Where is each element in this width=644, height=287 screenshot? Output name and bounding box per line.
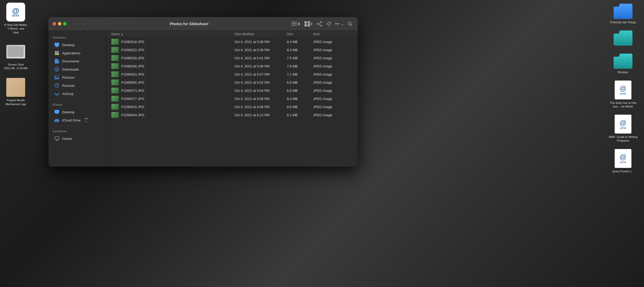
svg-rect-16 [56, 46, 58, 47]
file-size: 8.4 MB [287, 97, 313, 101]
desktop-icon-recipes[interactable]: Recipes [605, 52, 641, 75]
sidebar-item-label: Desktop [62, 110, 75, 114]
svg-rect-0 [291, 22, 297, 22]
svg-rect-5 [304, 24, 307, 26]
kind-column-header[interactable]: Kind [313, 32, 352, 36]
screenshot-thumbnail [6, 45, 25, 59]
file-date: Oct 4, 2021 at 5:39 PM [234, 48, 287, 52]
size-column-header[interactable]: Size [287, 32, 313, 36]
table-row[interactable]: P1090518.JPG Oct 4, 2021 at 5:38 PM 8.4 … [106, 38, 358, 46]
minimize-button[interactable] [58, 22, 61, 25]
file-thumbnail [111, 88, 119, 93]
table-row[interactable]: P1090522.JPG Oct 4, 2021 at 5:39 PM 8.3 … [106, 46, 358, 54]
svg-point-9 [320, 25, 321, 26]
sidebar-item-airdrop[interactable]: AirDrop [50, 90, 104, 98]
table-row[interactable]: P1090553.JPG Oct 4, 2021 at 5:47 PM 7.1 … [106, 70, 358, 78]
http-file-icon-querytracker: @ HTTP [615, 149, 631, 168]
svg-rect-4 [308, 21, 310, 24]
sidebar-item-documents[interactable]: Documents [50, 57, 104, 65]
icloud-label: iCloud [48, 102, 106, 108]
applications-icon [54, 50, 59, 56]
forward-button[interactable]: › [81, 20, 88, 28]
file-thumbnail [111, 39, 119, 45]
file-kind: JPEG image [313, 113, 352, 117]
close-button[interactable] [53, 22, 56, 25]
share-button[interactable] [316, 20, 323, 28]
file-thumbnail [111, 112, 119, 118]
sidebar-item-recents[interactable]: Recents [50, 82, 104, 89]
svg-rect-15 [54, 43, 59, 46]
desktop-icon-email[interactable]: @ HTTP 8-Year-Old Writes"I Wond...oes Vi… [3, 3, 29, 34]
more-button[interactable]: ••• ⌄ [335, 20, 345, 27]
sidebar-divider-2 [53, 126, 102, 126]
file-kind: JPEG image [313, 48, 352, 52]
file-kind: JPEG image [313, 97, 352, 101]
file-kind: JPEG image [313, 72, 352, 76]
file-name-cell: P1090553.JPG [111, 71, 234, 77]
maximize-button[interactable] [63, 22, 67, 25]
back-button[interactable]: ‹ [72, 20, 79, 28]
table-row[interactable]: P1090573.JPG Oct 4, 2021 at 5:54 PM 6.8 … [106, 87, 358, 95]
svg-point-20 [55, 53, 57, 55]
sidebar-item-applications[interactable]: Applications [50, 49, 104, 57]
table-row[interactable]: P1090616.JPG Oct 4, 2021 at 6:06 PM 8.8 … [106, 103, 358, 111]
table-row[interactable]: P1090644.JPG Oct 4, 2021 at 6:12 PM 8.1 … [106, 111, 358, 119]
svg-point-21 [57, 53, 59, 55]
desktop-icon-sidebar [54, 42, 59, 47]
svg-rect-2 [291, 25, 297, 25]
desktop-icon-unnamed-folder[interactable] [605, 29, 641, 48]
sidebar-item-label: Documents [62, 59, 79, 63]
file-date: Oct 4, 2021 at 5:38 PM [234, 40, 287, 44]
desktop-icon-awp[interactable]: @ HTTP AWP- Guide to Writing Programs [605, 114, 641, 144]
finder-body: Favorites Desktop [48, 31, 358, 167]
desktop-icon-label: The down low on the low-....he Writer [606, 101, 640, 109]
file-name-cell: P1090518.JPG [111, 39, 234, 45]
date-column-header[interactable]: Date Modified [234, 32, 287, 36]
sidebar-item-pictures[interactable]: Pictures [50, 73, 104, 81]
file-thumbnail [111, 79, 119, 85]
name-column-header[interactable]: Name ▲ [111, 32, 234, 36]
svg-point-18 [55, 51, 57, 53]
sidebar-item-oracle[interactable]: Oracle [50, 135, 104, 142]
svg-point-12 [329, 23, 330, 23]
icloud-desktop-icon [54, 109, 59, 115]
svg-rect-3 [304, 21, 307, 24]
tag-button[interactable] [325, 20, 332, 28]
table-row[interactable]: P1090560.JPG Oct 4, 2021 at 5:52 PM 6.8 … [106, 78, 358, 87]
desktop-icon-puppet[interactable]: Puppet MouthMechanism!.jpg [3, 78, 29, 106]
file-size: 8.8 MB [287, 105, 313, 109]
sidebar-divider-1 [53, 100, 102, 100]
grid-view-button[interactable] [303, 20, 314, 28]
table-row[interactable]: P1090528.JPG Oct 4, 2021 at 5:41 PM 7.5 … [106, 54, 358, 62]
desktop-icon-label: Puppet MouthMechanism!.jpg [6, 98, 26, 106]
table-row[interactable]: P1090577.JPG Oct 4, 2021 at 5:56 PM 8.4 … [106, 95, 358, 103]
desktop-left-icons: @ HTTP 8-Year-Old Writes"I Wond...oes Vi… [3, 3, 29, 106]
http-file-icon-awp: @ HTTP [615, 115, 631, 134]
folder-icon-teal [614, 30, 632, 46]
search-button[interactable] [347, 20, 353, 27]
finder-main: Name ▲ Date Modified Size Kind P10 [106, 31, 358, 167]
file-thumbnail [111, 104, 119, 110]
sidebar-item-label: iCloud Drive [62, 118, 81, 122]
list-view-button[interactable] [290, 20, 301, 27]
desktop-icon-querytracker[interactable]: @ HTTP QueryTracker |... [605, 148, 641, 174]
sidebar-item-icloud-desktop[interactable]: Desktop [50, 108, 104, 116]
file-date: Oct 4, 2021 at 5:41 PM [234, 56, 287, 60]
pictures-icon [54, 75, 59, 80]
table-row[interactable]: P1090546.JPG Oct 4, 2021 at 5:46 PM 7.8 … [106, 62, 358, 70]
desktop-icon-potential-job[interactable]: Potential Job Things [605, 3, 641, 25]
svg-rect-17 [55, 47, 58, 47]
sidebar-item-downloads[interactable]: Downloads [50, 65, 104, 73]
sidebar-item-icloud-drive[interactable]: iCloud Drive [50, 116, 104, 124]
finder-sidebar: Favorites Desktop [48, 31, 106, 167]
sidebar-item-label: Applications [62, 51, 80, 55]
file-kind: JPEG image [313, 81, 352, 84]
desktop-icon-screenshot[interactable]: Screen Shot2021-08...6.33 AM [3, 42, 29, 70]
airdrop-icon [54, 91, 59, 96]
computer-icon [54, 136, 59, 141]
file-date: Oct 4, 2021 at 5:56 PM [234, 97, 287, 101]
svg-line-28 [57, 86, 58, 86]
desktop-icon-down-low[interactable]: @ HTTP The down low on the low-....he Wr… [605, 79, 641, 110]
sidebar-item-desktop[interactable]: Desktop [50, 41, 104, 49]
file-kind: JPEG image [313, 89, 352, 93]
